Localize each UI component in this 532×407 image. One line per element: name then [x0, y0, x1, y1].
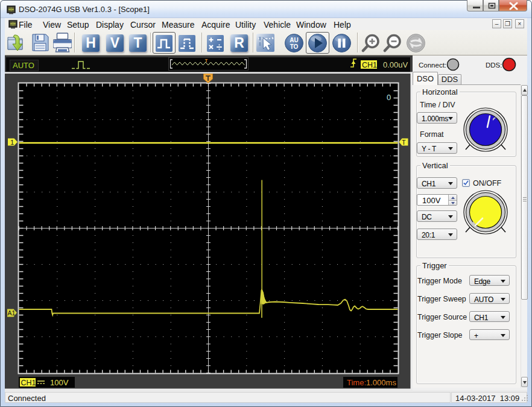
svg-text:1: 1 — [10, 139, 14, 146]
svg-text:AU: AU — [290, 37, 298, 43]
svg-text:Time:1.000ms: Time:1.000ms — [347, 378, 396, 387]
svg-text:0: 0 — [387, 93, 391, 102]
svg-text:CH1: CH1 — [21, 379, 36, 387]
svg-text:100V: 100V — [50, 378, 69, 387]
svg-text:T: T — [402, 139, 406, 146]
svg-text:AUTO: AUTO — [13, 61, 34, 70]
svg-text:TO: TO — [290, 43, 299, 50]
svg-text:CH1: CH1 — [362, 61, 377, 69]
svg-text:T: T — [205, 58, 208, 63]
svg-text:0.00uV: 0.00uV — [383, 60, 408, 69]
svg-text:A1: A1 — [8, 309, 16, 317]
